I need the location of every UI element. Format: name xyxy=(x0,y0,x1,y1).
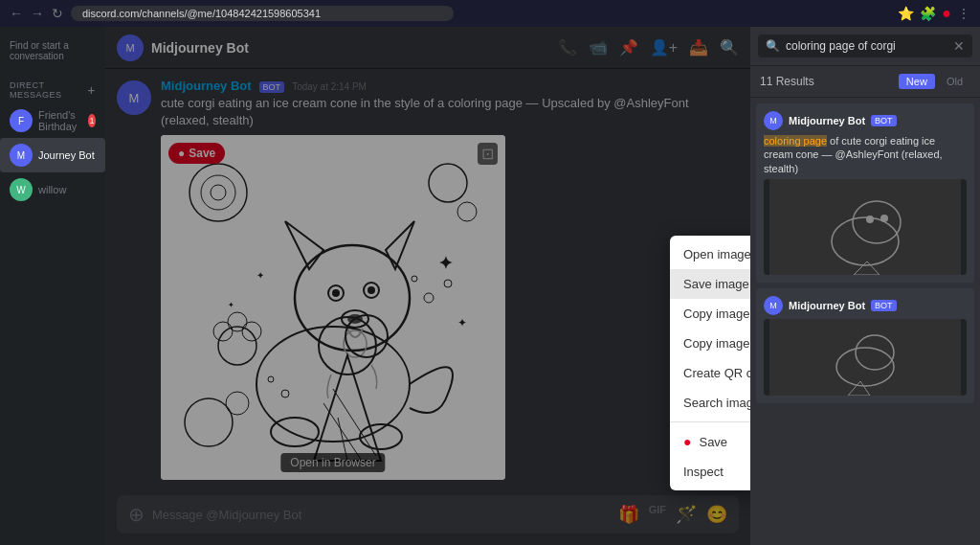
bookmark-icon[interactable]: ⭐ xyxy=(898,6,914,21)
svg-point-11 xyxy=(332,289,340,297)
search-header-icon[interactable]: 🔍 xyxy=(720,38,739,57)
image-corner-icon[interactable]: ⊡ xyxy=(478,143,498,165)
chat-input-box: ⊕ 🎁 GIF 🪄 😊 xyxy=(117,495,739,534)
results-count: 11 Results xyxy=(760,75,814,88)
search-header: 🔍 ✕ xyxy=(750,27,980,66)
context-menu: Open image in new tab Save image as... C… xyxy=(670,236,750,490)
extensions-icon[interactable]: 🧩 xyxy=(920,6,936,21)
search-result-2-name: Midjourney Bot xyxy=(789,300,865,311)
search-result-1-header: M Midjourney Bot BOT xyxy=(764,111,967,130)
add-attachment-icon[interactable]: ⊕ xyxy=(128,503,145,526)
chat-input-area: ⊕ 🎁 GIF 🪄 😊 xyxy=(105,488,750,545)
search-result-2-image[interactable] xyxy=(764,319,967,396)
browser-url-bar: ← → ↻ discord.com/channels/@me/104842421… xyxy=(0,0,980,27)
sidebar-item-label-willow: willow xyxy=(38,184,66,195)
pinterest-save-button[interactable]: ● Save xyxy=(168,143,225,164)
svg-text:✦: ✦ xyxy=(228,301,234,309)
results-tabs: New Old xyxy=(899,74,970,89)
search-result-2-badge: BOT xyxy=(871,300,897,311)
search-result-2-header: M Midjourney Bot BOT xyxy=(764,296,967,315)
search-input[interactable] xyxy=(786,39,947,53)
chat-header: M Midjourney Bot 📞 📹 📌 👤+ 📥 🔍 xyxy=(105,27,750,69)
chat-messages: M Midjourney Bot BOT Today at 2:14 PM cu… xyxy=(105,69,750,488)
search-result-1-badge: BOT xyxy=(871,115,897,126)
add-dm-button[interactable]: + xyxy=(87,82,96,98)
more-icon[interactable]: ⋮ xyxy=(957,6,970,21)
search-result-thumbnail xyxy=(764,179,967,275)
svg-text:✦: ✦ xyxy=(256,270,264,281)
chat-image[interactable]: ● Save ⊡ xyxy=(161,135,505,480)
search-input-box: 🔍 ✕ xyxy=(758,34,972,57)
search-result-2-avatar: M xyxy=(764,296,783,315)
context-menu-item-save-as[interactable]: Save image as... xyxy=(670,269,750,299)
svg-text:✦: ✦ xyxy=(457,316,467,329)
results-tab-old[interactable]: Old xyxy=(939,74,970,89)
corgi-coloring-image: ✦ ✦ ✦ ✦ xyxy=(161,135,505,480)
video-icon[interactable]: 📹 xyxy=(589,38,608,57)
context-menu-item-open-new-tab[interactable]: Open image in new tab xyxy=(670,239,750,269)
find-or-start[interactable]: Find or start a conversation xyxy=(0,34,105,67)
context-menu-item-pinterest-save[interactable]: ● Save xyxy=(670,426,750,457)
browser-forward[interactable]: → xyxy=(31,6,44,21)
message-header-midjourney: Midjourney Bot BOT Today at 2:14 PM xyxy=(161,79,739,93)
svg-point-40 xyxy=(866,216,874,223)
search-result-2: M Midjourney Bot BOT xyxy=(756,288,974,403)
bot-badge: BOT xyxy=(259,81,285,93)
open-in-browser-label[interactable]: Open in Browser xyxy=(280,453,385,472)
gif-icon[interactable]: GIF xyxy=(649,504,666,525)
main-chat: M Midjourney Bot 📞 📹 📌 👤+ 📥 🔍 M xyxy=(105,27,750,545)
search-result-1-text: coloring page of cute corgi eating ice c… xyxy=(764,134,967,175)
pin-icon[interactable]: 📌 xyxy=(619,38,638,57)
gift-icon[interactable]: 🎁 xyxy=(618,504,639,525)
message-text-midjourney: cute corgi eating an ice cream cone in t… xyxy=(161,95,739,129)
avatar-willow: W xyxy=(10,178,33,201)
context-menu-item-qr-code[interactable]: Create QR code for this image xyxy=(670,358,750,388)
badge-birthday: 1 xyxy=(88,114,96,127)
emoji-picker-icon[interactable]: 😊 xyxy=(706,504,727,525)
chat-header-actions: 📞 📹 📌 👤+ 📥 🔍 xyxy=(558,38,739,57)
avatar-birthday: F xyxy=(10,109,33,132)
search-result-1-image[interactable] xyxy=(764,179,967,275)
sidebar-item-midjourney[interactable]: M Journey Bot xyxy=(0,138,105,172)
context-menu-item-copy-image[interactable]: Copy image xyxy=(670,299,750,329)
context-menu-divider xyxy=(670,421,750,422)
search-close-icon[interactable]: ✕ xyxy=(953,38,965,54)
sidebar: Find or start a conversation DIRECT MESS… xyxy=(0,27,105,545)
add-member-icon[interactable]: 👤+ xyxy=(650,38,678,57)
sidebar-item-birthday[interactable]: F Friend's Birthday 1 xyxy=(0,103,105,138)
context-menu-item-copy-address[interactable]: Copy image address xyxy=(670,329,750,358)
avatar-midjourney: M xyxy=(10,144,33,167)
results-tab-new[interactable]: New xyxy=(899,74,935,89)
results-header: 11 Results New Old xyxy=(750,66,980,98)
phone-icon[interactable]: 📞 xyxy=(558,38,577,57)
browser-refresh[interactable]: ↻ xyxy=(52,6,63,21)
chat-header-avatar: M xyxy=(117,34,144,61)
profile-icon[interactable]: ● xyxy=(942,5,951,22)
search-result-1-avatar: M xyxy=(764,111,783,130)
pinterest-icon-menu: ● xyxy=(683,434,691,449)
inbox-icon[interactable]: 📥 xyxy=(689,38,708,57)
dm-section-label: DIRECT MESSAGES xyxy=(10,80,87,100)
url-field[interactable]: discord.com/channels/@me/104842421598605… xyxy=(71,6,454,21)
sidebar-item-willow[interactable]: W willow xyxy=(0,172,105,207)
message-content-midjourney: Midjourney Bot BOT Today at 2:14 PM cute… xyxy=(161,79,739,488)
sidebar-item-label-birthday: Friend's Birthday xyxy=(38,109,82,132)
chat-text-input[interactable] xyxy=(152,508,611,522)
browser-actions: ⭐ 🧩 ● ⋮ xyxy=(898,5,970,22)
message-timestamp-midjourney: Today at 2:14 PM xyxy=(292,81,367,92)
chat-image-container: ● Save ⊡ xyxy=(161,135,505,480)
svg-rect-37 xyxy=(769,179,961,275)
search-result-1: M Midjourney Bot BOT coloring page of cu… xyxy=(756,103,974,283)
context-menu-item-search-google[interactable]: Search image with Google xyxy=(670,388,750,418)
message-avatar-midjourney: M xyxy=(117,80,151,115)
browser-back[interactable]: ← xyxy=(10,6,23,21)
svg-point-13 xyxy=(368,286,375,294)
svg-rect-42 xyxy=(769,319,961,396)
dm-section-header: DIRECT MESSAGES + xyxy=(0,67,105,103)
svg-text:✦: ✦ xyxy=(438,254,453,273)
context-menu-item-inspect[interactable]: Inspect xyxy=(670,457,750,487)
search-icon: 🔍 xyxy=(766,39,780,53)
svg-point-41 xyxy=(880,215,888,222)
sticker-icon[interactable]: 🪄 xyxy=(676,504,697,525)
chat-input-icons: 🎁 GIF 🪄 😊 xyxy=(618,504,727,525)
